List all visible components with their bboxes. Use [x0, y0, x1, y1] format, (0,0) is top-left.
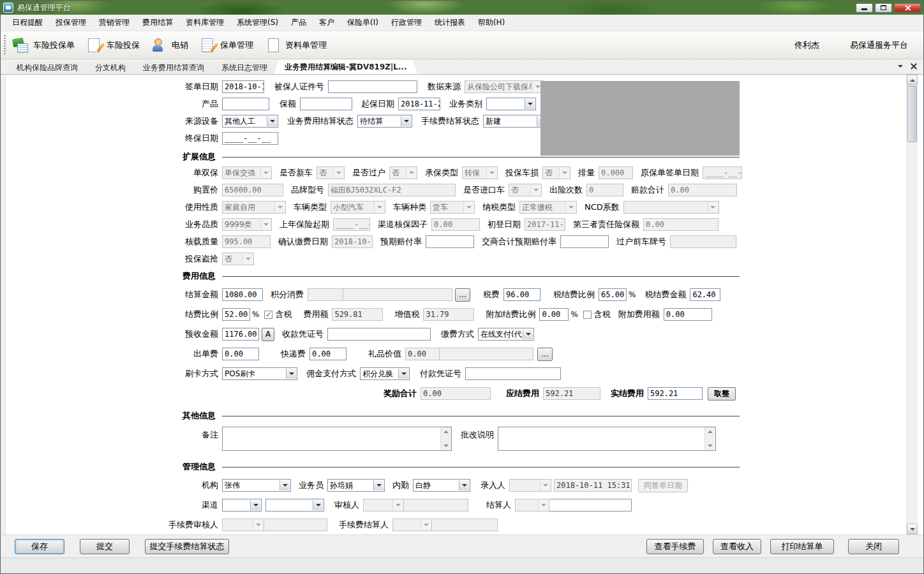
textarea-scrollbar[interactable]	[440, 427, 451, 450]
reward-total-input[interactable]: 0.00	[421, 387, 491, 400]
menu-item-1[interactable]: 日程提醒	[6, 15, 49, 31]
telesales-button[interactable]: 电销	[147, 35, 196, 55]
settle-amount-input[interactable]: 1080.00	[222, 288, 263, 301]
menu-item-8[interactable]: 客户	[313, 15, 341, 31]
car-policy-doc-button[interactable]: 车险投保单	[9, 35, 82, 55]
receipt-no-label: 收款凭证号	[282, 328, 324, 340]
submit-button[interactable]: 提交	[80, 539, 130, 554]
scroll-down-icon[interactable]	[443, 445, 449, 450]
prepaid-amount-input[interactable]: 1176.00	[222, 328, 259, 341]
menu-item-5[interactable]: 资料库管理	[179, 15, 230, 31]
settle-ratio-input[interactable]: 52.00	[222, 308, 250, 321]
payment-receipt-input[interactable]	[465, 367, 561, 380]
fee-amount-input[interactable]: 529.81	[332, 308, 383, 321]
end-date-input[interactable]: ____-__-__	[222, 132, 278, 145]
gift-value-input[interactable]: 0.00	[405, 348, 440, 360]
policy-manage-button[interactable]: 保单管理	[196, 35, 261, 55]
textarea-scrollbar[interactable]	[704, 427, 715, 450]
settler-name-input[interactable]	[549, 499, 632, 511]
menu-item-3[interactable]: 营销管理	[93, 15, 136, 31]
points-browse-button[interactable]: ...	[455, 288, 470, 302]
business-class-select[interactable]	[486, 98, 536, 110]
pay-method-select[interactable]: 在线支付(代收)	[478, 328, 534, 341]
scroll-up-icon[interactable]	[443, 428, 449, 433]
menu-item-2[interactable]: 投保管理	[49, 15, 93, 31]
submit-commission-status-button[interactable]: 提交手续费结算状态	[145, 539, 229, 554]
tab-list-chevron-icon[interactable]	[898, 65, 903, 70]
tax-fee-input[interactable]: 96.00	[503, 288, 540, 301]
close-tab-button[interactable]: 关闭	[848, 539, 899, 554]
product-input[interactable]	[222, 98, 269, 110]
scroll-down-icon[interactable]	[907, 524, 918, 534]
tab-5[interactable]: 业务费用结算编辑-冀DV819Z|L...	[274, 60, 418, 74]
menu-item-6[interactable]: 系统管理(S)	[230, 15, 285, 31]
record-time-input[interactable]: 2018-10-11 15:31	[554, 479, 632, 492]
vat-input[interactable]: 31.79	[423, 308, 474, 321]
gift-detail-input[interactable]	[439, 348, 533, 360]
underwrite-type-select: 转保	[462, 166, 498, 179]
endorse-note-textarea[interactable]	[498, 427, 716, 451]
tax-settle-amount-input[interactable]: 62.40	[690, 288, 720, 301]
scroll-up-icon[interactable]	[907, 75, 918, 85]
minimize-button[interactable]	[856, 3, 873, 13]
menu-item-9[interactable]: 保险单(I)	[341, 15, 385, 31]
view-income-button[interactable]: 查看收入	[713, 539, 761, 554]
scroll-down-icon[interactable]	[708, 445, 713, 450]
express-fee-input[interactable]: 0.00	[309, 348, 346, 360]
tab-close-icon[interactable]	[911, 63, 917, 70]
expected-loss-input[interactable]	[426, 235, 474, 248]
actual-fee-input[interactable]: 592.21	[648, 387, 703, 400]
menu-item-12[interactable]: 帮助(H)	[472, 15, 511, 31]
commission-auditor-name-input[interactable]	[264, 519, 327, 531]
salesman-select[interactable]: 孙培娟	[327, 479, 385, 492]
toolbar-grip-icon[interactable]	[4, 35, 6, 55]
coverage-input[interactable]	[300, 98, 352, 110]
receipt-no-input[interactable]	[327, 328, 431, 341]
channel-select-2[interactable]	[265, 499, 324, 511]
office-clerk-select[interactable]: 白静	[413, 479, 470, 492]
commission-pay-select[interactable]: 积分兑换	[360, 367, 410, 380]
org-select[interactable]: 张伟	[222, 479, 291, 492]
tab-2[interactable]: 分支机构	[84, 61, 137, 74]
document-manage-button[interactable]: 资料单管理	[261, 35, 334, 55]
fee-settle-status-select[interactable]: 待结算	[357, 115, 412, 128]
insured-id-input[interactable]	[328, 80, 417, 93]
scroll-up-icon[interactable]	[708, 428, 713, 433]
tab-3[interactable]: 业务费用结算查询	[132, 61, 215, 74]
view-commission-button[interactable]: 查看手续费	[646, 539, 704, 554]
car-insure-button[interactable]: 车险投保	[82, 35, 147, 55]
maximize-button[interactable]	[875, 3, 892, 13]
tab-4[interactable]: 系统日志管理	[211, 61, 278, 74]
amount-a-button[interactable]: A	[262, 328, 274, 341]
channel-select-1[interactable]	[222, 499, 262, 511]
menu-item-4[interactable]: 费用结算	[136, 15, 179, 31]
tab-1[interactable]: 机构保险品牌查询	[6, 61, 89, 74]
tax-included-checkbox[interactable]: ✓	[264, 311, 272, 319]
print-statement-button[interactable]: 打印结算单	[770, 539, 834, 554]
card-swipe-select[interactable]: POS刷卡	[222, 367, 297, 380]
close-button[interactable]	[894, 3, 921, 13]
auditor-name-input[interactable]	[403, 499, 468, 511]
scrollbar-thumb[interactable]	[907, 86, 917, 142]
start-date-input[interactable]: 2018-11-24	[398, 98, 440, 110]
extra-fee-input[interactable]: 0.00	[664, 308, 712, 321]
extra-ratio-input[interactable]: 0.00	[539, 308, 569, 321]
remark-textarea[interactable]	[222, 427, 452, 451]
vehicle-type-label: 车辆类型	[294, 202, 327, 213]
payable-fee-input[interactable]: 592.21	[543, 387, 600, 400]
round-button[interactable]: 取整	[708, 387, 736, 401]
save-button[interactable]: 保存	[15, 539, 64, 554]
menu-item-10[interactable]: 行政管理	[385, 15, 428, 31]
menu-item-11[interactable]: 统计报表	[428, 15, 472, 31]
commission-settler-name-input[interactable]	[431, 519, 498, 531]
extra-tax-included-checkbox[interactable]	[583, 311, 592, 319]
vertical-scrollbar[interactable]	[906, 75, 918, 534]
menu-item-7[interactable]: 产品	[285, 15, 313, 31]
source-device-select[interactable]: 其他人工	[222, 115, 278, 128]
issue-fee-input[interactable]: 0.00	[222, 348, 259, 360]
gift-browse-button[interactable]: ...	[537, 348, 553, 361]
tax-ratio-input[interactable]: 65.00	[599, 288, 627, 301]
sign-date-input[interactable]: 2018-10-10	[222, 80, 264, 93]
combined-loss-input[interactable]	[560, 235, 609, 248]
commission-status-select[interactable]: 新建	[483, 115, 548, 128]
